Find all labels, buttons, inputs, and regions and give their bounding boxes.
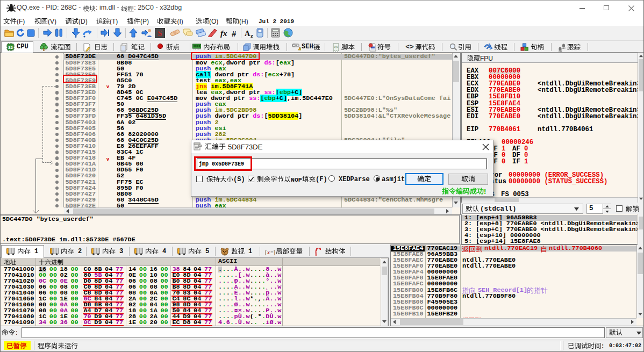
svg-text:x: x	[267, 249, 270, 255]
svg-text:<>: <>	[405, 43, 414, 50]
svg-text:32: 32	[8, 45, 13, 50]
svg-text:S: S	[158, 30, 162, 38]
svg-text:[: [	[265, 249, 267, 255]
svg-text:<>: <>	[334, 45, 338, 49]
svg-text:=]: =]	[270, 249, 275, 255]
